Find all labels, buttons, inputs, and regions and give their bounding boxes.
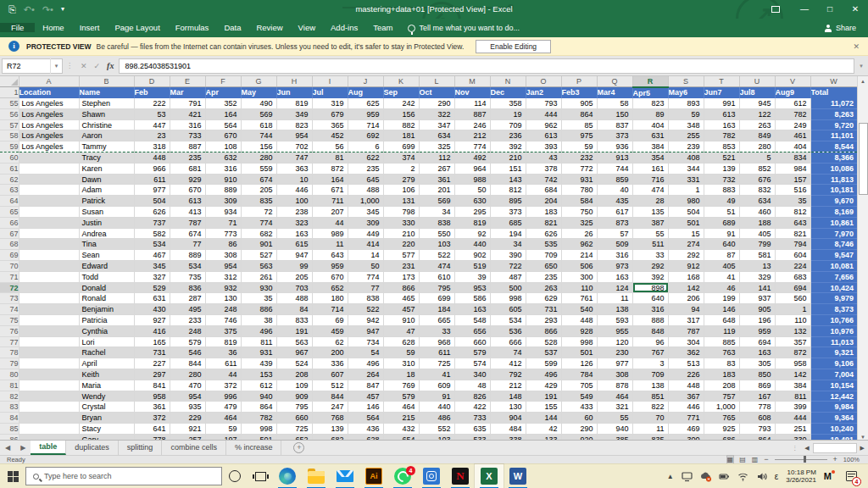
row-header-59[interactable]: 59 bbox=[0, 141, 19, 152]
cell-N75[interactable]: 534 bbox=[490, 315, 526, 326]
cell-N66[interactable]: 685 bbox=[490, 217, 526, 228]
cell-B73[interactable]: Ronald bbox=[79, 293, 134, 304]
scroll-up-icon[interactable]: ▲ bbox=[858, 76, 868, 87]
cell-V73[interactable]: 560 bbox=[775, 293, 810, 304]
cell-D67[interactable]: 582 bbox=[134, 228, 170, 239]
cell-B58[interactable]: Aaron bbox=[79, 130, 134, 141]
cell-W62[interactable]: 11,813 bbox=[810, 174, 857, 185]
cell-H63[interactable]: 446 bbox=[276, 185, 312, 196]
cell-T85[interactable]: 925 bbox=[704, 424, 739, 435]
cell-K69[interactable]: 577 bbox=[383, 250, 419, 261]
cell-O86[interactable]: 133 bbox=[526, 434, 561, 440]
cell-P71[interactable]: 300 bbox=[561, 271, 597, 282]
cell-F80[interactable]: 44 bbox=[205, 369, 241, 380]
cell-O66[interactable]: 821 bbox=[526, 217, 561, 228]
header-cell-dec[interactable]: Dec bbox=[490, 87, 526, 98]
cell-I70[interactable]: 959 bbox=[312, 261, 348, 272]
taskbar-clock[interactable]: 10:18 PM 3/26/2021 bbox=[786, 469, 816, 485]
cell-K77[interactable]: 628 bbox=[383, 336, 419, 347]
cell-D62[interactable]: 611 bbox=[134, 174, 170, 185]
cell-B76[interactable]: Cynthia bbox=[79, 325, 134, 336]
cell-L64[interactable]: 569 bbox=[419, 196, 454, 207]
cell-U66[interactable]: 188 bbox=[739, 217, 775, 228]
cell-Q64[interactable]: 435 bbox=[597, 196, 632, 207]
cell-R78[interactable]: 767 bbox=[632, 347, 668, 358]
cell-R59[interactable]: 384 bbox=[632, 141, 668, 152]
cell-K85[interactable]: 432 bbox=[383, 424, 419, 435]
cell-Q69[interactable]: 316 bbox=[597, 250, 632, 261]
header-cell-apr[interactable]: Apr bbox=[205, 87, 241, 98]
cell-V76[interactable]: 132 bbox=[775, 325, 810, 336]
cell-Q73[interactable]: 11 bbox=[597, 293, 632, 304]
cell-V69[interactable]: 604 bbox=[775, 250, 810, 261]
cell-O72[interactable]: 263 bbox=[526, 282, 561, 293]
cell-S70[interactable]: 912 bbox=[668, 261, 704, 272]
cell-O81[interactable]: 429 bbox=[526, 380, 561, 391]
cell-E76[interactable]: 248 bbox=[170, 325, 205, 336]
row-header-75[interactable]: 75 bbox=[0, 315, 19, 326]
cell-L76[interactable]: 33 bbox=[419, 325, 454, 336]
cell-U69[interactable]: 581 bbox=[739, 250, 775, 261]
cell-H73[interactable]: 488 bbox=[276, 293, 312, 304]
cell-A71[interactable] bbox=[19, 271, 79, 282]
cell-I59[interactable]: 56 bbox=[312, 141, 348, 152]
cell-G55[interactable]: 490 bbox=[241, 98, 276, 109]
cell-F68[interactable]: 86 bbox=[205, 239, 241, 250]
cell-K84[interactable]: 215 bbox=[383, 413, 419, 424]
cell-Q85[interactable]: 940 bbox=[597, 424, 632, 435]
cell-D73[interactable]: 631 bbox=[134, 293, 170, 304]
cell-F73[interactable]: 130 bbox=[205, 293, 241, 304]
cell-L62[interactable]: 361 bbox=[419, 174, 454, 185]
cell-P74[interactable]: 540 bbox=[561, 304, 597, 315]
cell-U55[interactable]: 945 bbox=[739, 98, 775, 109]
select-all-corner[interactable] bbox=[0, 76, 19, 87]
cell-S67[interactable]: 15 bbox=[668, 228, 704, 239]
formula-input[interactable]: 898.254038531901 bbox=[119, 58, 854, 74]
redo-icon[interactable]: ↷• bbox=[42, 0, 53, 19]
cell-L58[interactable]: 634 bbox=[419, 130, 454, 141]
cell-M80[interactable]: 340 bbox=[454, 369, 490, 380]
cell-I64[interactable]: 711 bbox=[312, 196, 348, 207]
zoom-level[interactable]: 100% bbox=[843, 456, 860, 463]
sheet-tab-table[interactable]: table bbox=[31, 441, 66, 455]
enter-icon[interactable]: ✓ bbox=[94, 62, 101, 70]
cell-J86[interactable]: 628 bbox=[348, 434, 383, 440]
cell-U83[interactable]: 778 bbox=[739, 402, 775, 413]
cell-V86[interactable]: 330 bbox=[775, 434, 810, 440]
cell-K75[interactable]: 910 bbox=[383, 315, 419, 326]
cell-G76[interactable]: 496 bbox=[241, 325, 276, 336]
ribbon-tab-formulas[interactable]: Formulas bbox=[168, 23, 217, 32]
cell-B67[interactable]: Andrea bbox=[79, 228, 134, 239]
cell-U57[interactable]: 263 bbox=[739, 119, 775, 130]
cell-G68[interactable]: 901 bbox=[241, 239, 276, 250]
cell-O68[interactable]: 535 bbox=[526, 239, 561, 250]
cell-K79[interactable]: 310 bbox=[383, 358, 419, 369]
cell-N81[interactable]: 212 bbox=[490, 380, 526, 391]
cell-F86[interactable]: 197 bbox=[205, 434, 241, 440]
cell-D72[interactable]: 529 bbox=[134, 282, 170, 293]
cell-S56[interactable]: 59 bbox=[668, 108, 704, 119]
cell-O65[interactable]: 183 bbox=[526, 207, 561, 218]
cell-R81[interactable]: 138 bbox=[632, 380, 668, 391]
cell-I86[interactable]: 682 bbox=[312, 434, 348, 440]
cell-N78[interactable]: 74 bbox=[490, 347, 526, 358]
cell-A64[interactable] bbox=[19, 196, 79, 207]
cell-K67[interactable]: 210 bbox=[383, 228, 419, 239]
cell-R76[interactable]: 848 bbox=[632, 325, 668, 336]
cell-I73[interactable]: 180 bbox=[312, 293, 348, 304]
cell-L68[interactable]: 103 bbox=[419, 239, 454, 250]
cell-Q71[interactable]: 163 bbox=[597, 271, 632, 282]
cell-G70[interactable]: 563 bbox=[241, 261, 276, 272]
row-header-79[interactable]: 79 bbox=[0, 358, 19, 369]
cell-U85[interactable]: 793 bbox=[739, 424, 775, 435]
cell-P70[interactable]: 506 bbox=[561, 261, 597, 272]
cell-A82[interactable] bbox=[19, 391, 79, 402]
ribbon-tab-add-ins[interactable]: Add-ins bbox=[323, 23, 365, 32]
row-header-61[interactable]: 61 bbox=[0, 163, 19, 174]
cell-L72[interactable]: 795 bbox=[419, 282, 454, 293]
cell-Q77[interactable]: 120 bbox=[597, 336, 632, 347]
cell-J79[interactable]: 496 bbox=[348, 358, 383, 369]
zoom-slider[interactable] bbox=[775, 459, 827, 460]
cell-A74[interactable] bbox=[19, 304, 79, 315]
cell-P68[interactable]: 962 bbox=[561, 239, 597, 250]
